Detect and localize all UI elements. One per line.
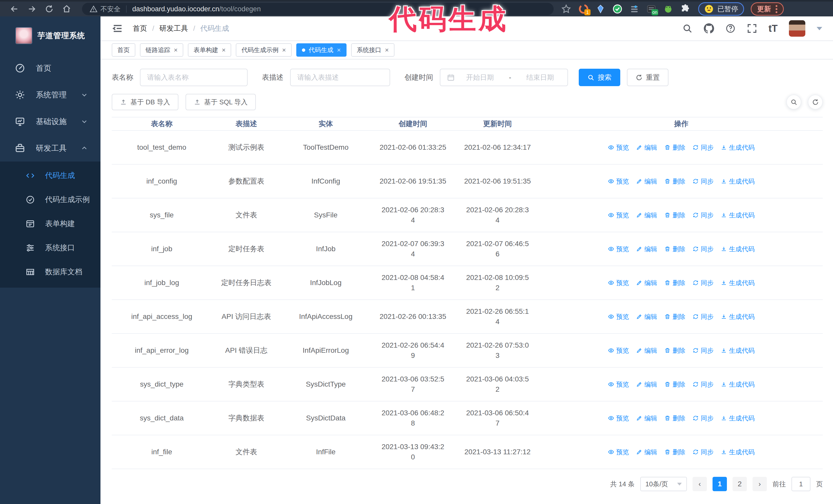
- edit-link[interactable]: 编辑: [636, 211, 657, 219]
- address-bar[interactable]: 不安全 dashboard.yudao.iocoder.cn/tool/code…: [82, 3, 554, 15]
- forward-icon[interactable]: [27, 4, 37, 14]
- tab-close-icon[interactable]: ×: [385, 47, 389, 53]
- tab[interactable]: 代码生成示例 ×: [236, 43, 291, 57]
- goto-page-input[interactable]: 1: [791, 477, 810, 491]
- bookmark-star-icon[interactable]: [561, 4, 571, 14]
- extension-icon-gem[interactable]: [595, 4, 606, 14]
- github-icon[interactable]: [704, 23, 714, 33]
- back-icon[interactable]: [9, 4, 20, 14]
- generate-code-link[interactable]: 生成代码: [721, 312, 755, 321]
- date-range-picker[interactable]: 开始日期 - 结束日期: [440, 69, 568, 86]
- preview-link[interactable]: 预览: [608, 143, 629, 152]
- generate-code-link[interactable]: 生成代码: [721, 380, 755, 389]
- breadcrumb-home[interactable]: 首页: [133, 24, 147, 33]
- preview-link[interactable]: 预览: [608, 279, 629, 287]
- edit-link[interactable]: 编辑: [636, 279, 657, 287]
- help-icon[interactable]: [725, 23, 736, 33]
- sync-link[interactable]: 同步: [693, 177, 714, 186]
- table-desc-input[interactable]: 请输入表描述: [290, 69, 390, 86]
- import-sql-button[interactable]: 基于 SQL 导入: [186, 94, 256, 110]
- reset-button[interactable]: 重置: [627, 69, 668, 86]
- generate-code-link[interactable]: 生成代码: [721, 245, 755, 253]
- sidebar-item-system-api[interactable]: 系统接口: [0, 236, 100, 260]
- generate-code-link[interactable]: 生成代码: [721, 211, 755, 219]
- reload-icon[interactable]: [44, 4, 54, 14]
- delete-link[interactable]: 删除: [664, 448, 685, 456]
- profile-paused-pill[interactable]: 已暂停: [698, 2, 744, 16]
- url-text[interactable]: dashboard.yudao.iocoder.cn/tool/codegen: [132, 5, 261, 13]
- delete-link[interactable]: 删除: [664, 211, 685, 219]
- tab[interactable]: 代码生成 ×: [296, 43, 347, 57]
- generate-code-link[interactable]: 生成代码: [721, 143, 755, 152]
- preview-link[interactable]: 预览: [608, 177, 629, 186]
- edit-link[interactable]: 编辑: [636, 414, 657, 423]
- sidebar-item-form-builder[interactable]: 表单构建: [0, 212, 100, 236]
- delete-link[interactable]: 删除: [664, 143, 685, 152]
- extension-icon-green-check[interactable]: [612, 4, 623, 14]
- toggle-search-button[interactable]: [786, 95, 801, 110]
- delete-link[interactable]: 删除: [664, 346, 685, 355]
- page-button-1[interactable]: 1: [713, 477, 727, 491]
- delete-link[interactable]: 删除: [664, 414, 685, 423]
- tab-close-icon[interactable]: ×: [337, 47, 341, 53]
- generate-code-link[interactable]: 生成代码: [721, 346, 755, 355]
- delete-link[interactable]: 删除: [664, 245, 685, 253]
- page-size-select[interactable]: 10条/页: [640, 477, 687, 491]
- delete-link[interactable]: 删除: [664, 380, 685, 389]
- tab[interactable]: 系统接口 ×: [351, 43, 395, 57]
- extension-icon-sliders[interactable]: [629, 4, 640, 14]
- edit-link[interactable]: 编辑: [636, 448, 657, 456]
- user-avatar[interactable]: [789, 20, 805, 37]
- refresh-table-button[interactable]: [808, 95, 823, 110]
- sidebar-item-codegen[interactable]: 代码生成: [0, 164, 100, 188]
- import-db-button[interactable]: 基于 DB 导入: [112, 94, 178, 110]
- preview-link[interactable]: 预览: [608, 448, 629, 456]
- tab[interactable]: 首页: [112, 43, 135, 57]
- sync-link[interactable]: 同步: [693, 143, 714, 152]
- edit-link[interactable]: 编辑: [636, 346, 657, 355]
- generate-code-link[interactable]: 生成代码: [721, 177, 755, 186]
- edit-link[interactable]: 编辑: [636, 380, 657, 389]
- app-logo-row[interactable]: 芋道管理系统: [0, 17, 100, 55]
- next-page-button[interactable]: ›: [753, 477, 767, 491]
- browser-update-button[interactable]: 更新: [751, 2, 784, 16]
- edit-link[interactable]: 编辑: [636, 177, 657, 186]
- tab[interactable]: 表单构建 ×: [188, 43, 231, 57]
- search-button[interactable]: 搜索: [579, 69, 620, 86]
- generate-code-link[interactable]: 生成代码: [721, 448, 755, 456]
- preview-link[interactable]: 预览: [608, 211, 629, 219]
- preview-link[interactable]: 预览: [608, 346, 629, 355]
- preview-link[interactable]: 预览: [608, 414, 629, 423]
- sidebar-toggle-icon[interactable]: [112, 23, 123, 34]
- sync-link[interactable]: 同步: [693, 346, 714, 355]
- generate-code-link[interactable]: 生成代码: [721, 279, 755, 287]
- extension-icon-puzzle[interactable]: [680, 4, 690, 14]
- sync-link[interactable]: 同步: [693, 380, 714, 389]
- security-label[interactable]: 不安全: [100, 5, 120, 14]
- tab-close-icon[interactable]: ×: [174, 47, 177, 53]
- sidebar-item-dev-tools[interactable]: 研发工具: [0, 135, 100, 162]
- generate-code-link[interactable]: 生成代码: [721, 414, 755, 423]
- extension-icon-orange[interactable]: 1: [578, 4, 589, 14]
- menu-dots-icon[interactable]: [776, 5, 777, 13]
- extension-icon-frog[interactable]: [663, 4, 673, 14]
- tab-close-icon[interactable]: ×: [282, 47, 286, 53]
- breadcrumb-dev-tools[interactable]: 研发工具: [160, 24, 188, 33]
- edit-link[interactable]: 编辑: [636, 312, 657, 321]
- sidebar-item-infrastructure[interactable]: 基础设施: [0, 108, 100, 135]
- preview-link[interactable]: 预览: [608, 380, 629, 389]
- sidebar-item-codegen-example[interactable]: 代码生成示例: [0, 188, 100, 212]
- avatar-caret-icon[interactable]: [816, 27, 822, 30]
- delete-link[interactable]: 删除: [664, 279, 685, 287]
- edit-link[interactable]: 编辑: [636, 245, 657, 253]
- sync-link[interactable]: 同步: [693, 245, 714, 253]
- sync-link[interactable]: 同步: [693, 211, 714, 219]
- preview-link[interactable]: 预览: [608, 245, 629, 253]
- sync-link[interactable]: 同步: [693, 279, 714, 287]
- sync-link[interactable]: 同步: [693, 448, 714, 456]
- sync-link[interactable]: 同步: [693, 312, 714, 321]
- page-button-2[interactable]: 2: [733, 477, 747, 491]
- search-icon[interactable]: [682, 23, 693, 33]
- sync-link[interactable]: 同步: [693, 414, 714, 423]
- delete-link[interactable]: 删除: [664, 312, 685, 321]
